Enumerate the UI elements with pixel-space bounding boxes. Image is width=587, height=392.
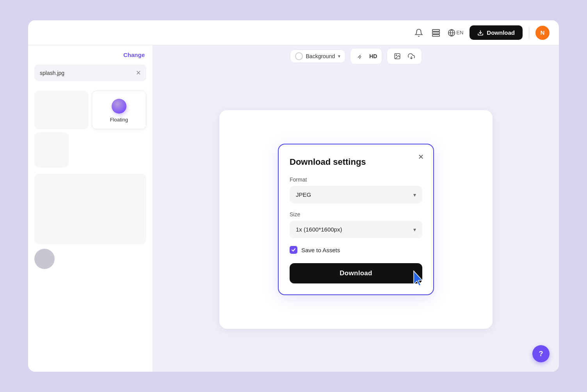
sidebar-items: Floating [28, 87, 153, 171]
floating-icon [112, 99, 126, 114]
change-button[interactable]: Change [123, 52, 145, 58]
cloud-download-icon[interactable] [406, 51, 417, 62]
size-value: 1x (1600*1600px) [296, 226, 342, 233]
format-select[interactable]: JPEG ▾ [290, 186, 422, 203]
svg-rect-0 [432, 29, 439, 31]
header-divider [529, 27, 529, 39]
app-window: EN Download N Change splash.jpg ✕ [28, 20, 559, 372]
bell-icon[interactable] [413, 27, 424, 38]
toolbar: Background ▾ HD [153, 45, 559, 67]
header: EN Download N [28, 20, 559, 45]
sidebar-top: Change [28, 45, 153, 64]
toolbar-actions [387, 48, 422, 64]
format-label: Format [290, 176, 422, 183]
save-to-assets-label: Save to Assets [301, 247, 340, 253]
help-button[interactable]: ? [532, 345, 550, 362]
stack-icon[interactable] [430, 27, 441, 38]
download-button[interactable]: Download [470, 25, 523, 40]
language-selector[interactable]: EN [448, 29, 463, 37]
sidebar-item-empty-1[interactable] [34, 91, 89, 129]
canvas-card: Download settings ✕ Format JPEG ▾ Size 1… [219, 110, 493, 329]
toolbar-hd-group: HD [350, 48, 382, 64]
svg-rect-1 [432, 32, 439, 34]
sidebar: Change splash.jpg ✕ Floating [28, 45, 153, 372]
canvas-content: Download settings ✕ Format JPEG ▾ Size 1… [153, 67, 559, 372]
modal-download-button[interactable]: Download [290, 263, 422, 283]
background-color-circle [295, 52, 303, 60]
file-name: splash.jpg [40, 70, 64, 76]
sidebar-circle-item [34, 249, 55, 269]
size-chevron-icon: ▾ [413, 226, 416, 233]
hd-label: HD [369, 53, 377, 59]
download-btn-wrapper: Download [290, 263, 422, 283]
canvas-area: Background ▾ HD [153, 45, 559, 372]
sidebar-item-floating[interactable]: Floating [92, 91, 147, 129]
brush-icon[interactable] [355, 51, 366, 62]
modal-title: Download settings [290, 157, 422, 167]
save-to-assets-checkbox[interactable] [290, 246, 297, 254]
main-content: Change splash.jpg ✕ Floating [28, 45, 559, 372]
format-chevron-icon: ▾ [413, 192, 416, 198]
format-value: JPEG [296, 191, 311, 198]
sidebar-file-tag: splash.jpg ✕ [34, 64, 146, 81]
background-chevron-icon: ▾ [338, 53, 340, 59]
sidebar-row-1: Floating [34, 91, 146, 129]
avatar[interactable]: N [535, 26, 550, 40]
svg-point-7 [396, 55, 397, 55]
size-select[interactable]: 1x (1600*1600px) ▾ [290, 221, 422, 238]
file-close-icon[interactable]: ✕ [136, 69, 141, 77]
save-to-assets-row: Save to Assets [290, 246, 422, 254]
image-icon[interactable] [392, 51, 403, 62]
svg-rect-2 [432, 34, 439, 36]
size-label: Size [290, 211, 422, 217]
floating-label: Floating [110, 117, 128, 123]
lang-label: EN [456, 30, 463, 36]
sidebar-large-card[interactable] [34, 174, 146, 244]
cursor [412, 270, 426, 287]
background-label: Background [306, 53, 335, 59]
modal-close-button[interactable]: ✕ [415, 151, 426, 162]
toolbar-background-group[interactable]: Background ▾ [290, 50, 346, 63]
sidebar-item-empty-2[interactable] [34, 132, 69, 167]
sidebar-row-2 [34, 132, 146, 167]
download-settings-modal: Download settings ✕ Format JPEG ▾ Size 1… [278, 144, 434, 295]
